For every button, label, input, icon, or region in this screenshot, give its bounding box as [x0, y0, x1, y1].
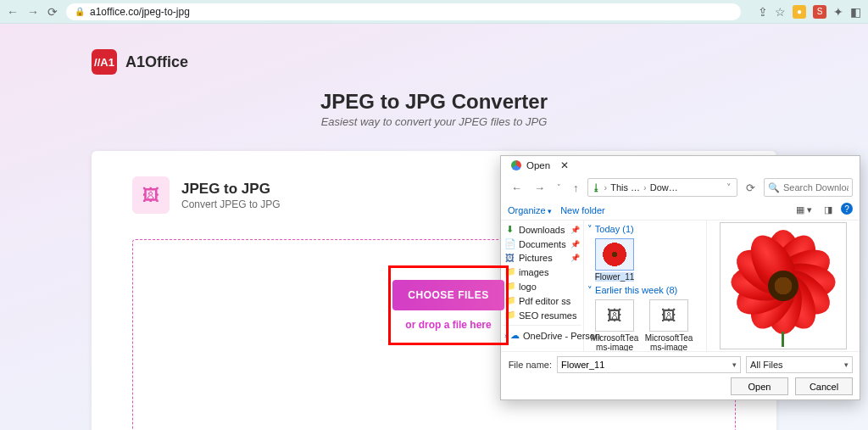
open-button[interactable]: Open: [731, 377, 788, 395]
sidebar-item[interactable]: 📁logo: [503, 279, 581, 293]
preview-box: [720, 222, 847, 349]
back-icon[interactable]: ←: [7, 5, 19, 19]
sidebar-item[interactable]: 📁Pdf editor ss: [503, 293, 581, 308]
new-folder-button[interactable]: New folder: [560, 205, 605, 215]
dialog-search[interactable]: 🔍: [764, 178, 853, 197]
page-body: //A1 A1Office JPEG to JPG Converter Easi…: [0, 24, 868, 430]
image-icon: 🖼: [607, 307, 622, 325]
downloads-root-icon: ⭳: [592, 182, 601, 193]
url-text: a1office.co/jpeg-to-jpg: [90, 6, 190, 18]
cancel-button[interactable]: Cancel: [795, 377, 853, 395]
dialog-sidebar: ⬇Downloads📌📄Documents📌🖼Pictures📌📁images📁…: [501, 221, 584, 351]
forward-icon[interactable]: →: [27, 5, 39, 19]
folder-icon: 📁: [504, 310, 515, 321]
lock-icon: 🔒: [75, 7, 85, 16]
sidebar-item-label: Pictures: [519, 253, 553, 263]
refresh-icon[interactable]: ⟳: [743, 180, 759, 196]
page-subtitle: Easiest way to convert your JPEG files t…: [0, 115, 868, 128]
address-bar[interactable]: 🔒 a1office.co/jpeg-to-jpg: [66, 3, 741, 20]
sidebar-item-label: logo: [519, 282, 537, 292]
sidebar-item[interactable]: 📁images: [503, 265, 581, 279]
sidebar-item-label: images: [519, 267, 548, 277]
file-name-input[interactable]: [561, 360, 732, 370]
chevron-down-icon[interactable]: ▾: [732, 360, 737, 369]
group-header[interactable]: Today (1): [587, 222, 703, 237]
sidebar-item[interactable]: ⬇Downloads📌: [503, 222, 581, 237]
chevron-right-icon: ›: [642, 182, 648, 193]
browser-toolbar: ← → ⟳ 🔒 a1office.co/jpeg-to-jpg ⇪ ☆ ● S …: [0, 0, 868, 24]
dialog-file-list: Today (1)Flower_11Earlier this week (8)🖼…: [584, 221, 707, 351]
nav-forward-icon[interactable]: →: [531, 180, 548, 196]
sidebar-item[interactable]: 📄Documents📌: [503, 237, 581, 251]
dialog-body: ⬇Downloads📌📄Documents📌🖼Pictures📌📁images📁…: [501, 221, 860, 351]
card-subtitle: Convert JPEG to JPG: [181, 198, 281, 210]
sidebar-item-label: Pdf editor ss: [519, 296, 570, 306]
pin-icon: 📌: [570, 254, 580, 262]
file-thumb[interactable]: 🖼MicrosoftTeams-image (25): [644, 299, 693, 351]
nav-up-icon[interactable]: ↑: [570, 180, 582, 196]
folder-icon: 📁: [504, 266, 515, 277]
nav-back-icon[interactable]: ←: [508, 180, 526, 196]
folder-icon: 📁: [504, 281, 515, 292]
folder-icon: 🖼: [504, 253, 515, 263]
file-type-filter[interactable]: All Files ▾: [746, 356, 853, 373]
sidebar-item[interactable]: 🖼Pictures📌: [503, 251, 581, 265]
reload-icon[interactable]: ⟳: [47, 5, 58, 19]
extension-icon-2[interactable]: S: [813, 5, 826, 19]
chevron-down-icon: ▾: [844, 360, 849, 369]
thumb-preview: [595, 238, 634, 271]
file-name-label: File name:: [508, 360, 552, 370]
file-name-field[interactable]: ▾: [557, 356, 741, 373]
sidebar-item-label: Documents: [519, 239, 566, 249]
breadcrumb-seg-2[interactable]: Dow…: [650, 182, 678, 193]
share-icon[interactable]: ⇪: [758, 5, 768, 19]
page-title: JPEG to JPG Converter: [0, 90, 868, 114]
dialog-preview-pane: [707, 221, 860, 351]
pin-icon: 📌: [570, 240, 580, 249]
brand-name: A1Office: [125, 53, 188, 71]
file-open-dialog: Open ✕ ← → ˅ ↑ ⭳ › This … › Dow… ˅ ⟳ 🔍 O…: [500, 155, 860, 400]
chrome-app-icon: [511, 160, 521, 170]
sidebar-item-label: Downloads: [519, 225, 565, 235]
account-icon[interactable]: ◧: [850, 5, 861, 19]
brand-logo-icon: //A1: [92, 49, 117, 75]
search-input[interactable]: [783, 182, 849, 193]
preview-pane-icon[interactable]: ◨: [821, 203, 836, 217]
chevron-down-icon[interactable]: ˅: [725, 182, 733, 193]
flower-icon: [602, 242, 627, 267]
sidebar-item-label: SEO resumes: [519, 310, 576, 321]
card-title: JPEG to JPG: [181, 181, 281, 198]
bookmark-icon[interactable]: ☆: [775, 5, 786, 19]
breadcrumb[interactable]: ⭳ › This … › Dow… ˅: [587, 178, 738, 197]
dialog-navbar: ← → ˅ ↑ ⭳ › This … › Dow… ˅ ⟳ 🔍: [501, 175, 860, 200]
file-thumb[interactable]: 🖼MicrosoftTeams-image (26): [590, 299, 639, 351]
dialog-toolbar: Organize New folder ▦ ▾ ◨ ?: [501, 200, 860, 221]
help-icon[interactable]: ?: [841, 203, 853, 215]
sidebar-item[interactable]: 📁SEO resumes: [503, 308, 581, 322]
view-mode-icon[interactable]: ▦ ▾: [793, 203, 815, 217]
pin-icon: 📌: [570, 226, 580, 234]
organize-menu[interactable]: Organize: [508, 205, 552, 215]
extension-icon-1[interactable]: ●: [793, 5, 806, 19]
nav-recent-chevron-icon[interactable]: ˅: [554, 181, 565, 193]
preview-image: [724, 226, 843, 345]
toolbar-right: ⇪ ☆ ● S ✦ ◧: [758, 5, 861, 19]
search-icon: 🔍: [768, 182, 780, 193]
breadcrumb-seg-1[interactable]: This …: [610, 182, 640, 193]
sidebar-item-onedrive[interactable]: ›☁OneDrive - Person: [503, 328, 581, 343]
file-thumb[interactable]: Flower_11: [590, 238, 639, 282]
close-icon[interactable]: ✕: [555, 159, 574, 171]
brand[interactable]: //A1 A1Office: [92, 49, 188, 75]
folder-icon: 📁: [504, 295, 515, 306]
choose-files-button[interactable]: CHOOSE FILES: [392, 280, 504, 310]
card-format-icon: 🖼: [132, 176, 170, 214]
extensions-icon[interactable]: ✦: [833, 5, 843, 19]
group-header[interactable]: Earlier this week (8): [587, 283, 703, 298]
folder-icon: 📄: [504, 238, 515, 249]
folder-icon: ⬇: [504, 224, 515, 235]
thumb-label: Flower_11: [595, 272, 635, 282]
thumb-preview: 🖼: [649, 299, 688, 332]
filter-label: All Files: [750, 360, 783, 370]
thumb-label: MicrosoftTeams-image (25): [644, 333, 693, 351]
dialog-footer: File name: ▾ All Files ▾ Open Cancel: [501, 351, 860, 399]
